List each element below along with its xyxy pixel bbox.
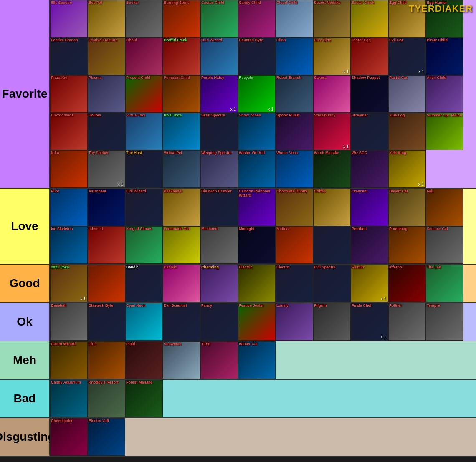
list-item[interactable]: Carrot Wizard (50, 341, 88, 379)
list-item[interactable]: Weeping Spectre (200, 150, 238, 188)
list-item[interactable]: Pilot (50, 189, 88, 226)
list-item[interactable]: Festive Fracture (88, 38, 125, 75)
list-item[interactable]: Pizza Kid (50, 75, 88, 113)
list-item[interactable]: Bloxdonalds (50, 113, 88, 150)
list-item[interactable]: Toy Soldierx 1 (88, 150, 125, 188)
list-item[interactable]: Pirate Child (426, 38, 463, 75)
list-item[interactable]: Graffiti Frank (163, 38, 200, 75)
list-item[interactable]: Niko (50, 150, 88, 188)
list-item[interactable]: Snow Zones (238, 113, 276, 150)
list-item[interactable]: Hive Bytex 1 (313, 38, 351, 75)
list-item[interactable]: Blastech Byte (88, 303, 125, 341)
list-item[interactable]: Virtual Pet (163, 150, 200, 188)
list-item[interactable]: Purple Hatsyx 1 (200, 75, 238, 113)
list-item[interactable]: Burning Spirit (163, 0, 200, 38)
list-item[interactable]: Science Cat (426, 226, 463, 264)
list-item[interactable]: King of Slimes (125, 226, 163, 264)
list-item[interactable]: Inferno (388, 265, 426, 302)
list-item[interactable]: Cartoon Rainbow Wizard (238, 189, 276, 226)
list-item[interactable]: The Lad (426, 265, 463, 302)
list-item[interactable]: Pumpking (388, 226, 426, 264)
list-item[interactable]: Summer Cpt. Melon (426, 113, 463, 150)
list-item[interactable]: 80s Spectre (50, 0, 88, 38)
list-item[interactable]: Haunted Byte (238, 38, 276, 75)
list-item[interactable]: Skull Spectre (200, 113, 238, 150)
list-item[interactable]: Beekeeper (163, 189, 200, 226)
list-item[interactable]: Petrified (351, 226, 388, 264)
list-item[interactable]: Yolk Kingx 1 (388, 150, 426, 188)
list-item[interactable]: Astronaut (88, 189, 125, 226)
list-item[interactable]: Electro Volt (88, 418, 125, 456)
list-item[interactable]: Chocolate Bunny (276, 189, 313, 226)
list-item[interactable]: Wiz SCC (351, 150, 388, 188)
list-item[interactable]: Desert Cat (388, 189, 426, 226)
list-item[interactable]: Snowman (163, 341, 200, 379)
list-item[interactable]: Knoddy's Resort (88, 380, 125, 417)
list-item[interactable]: Pilgrim (313, 303, 351, 341)
list-item[interactable]: Witch Maitake (313, 150, 351, 188)
list-item[interactable]: Festive Jester (238, 303, 276, 341)
list-item[interactable]: Virtual Idol (125, 113, 163, 150)
list-item[interactable]: Fall (426, 189, 463, 226)
list-item[interactable]: Pixel Byte (163, 113, 200, 150)
list-item[interactable]: Tempre (426, 303, 463, 341)
list-item[interactable]: Lemonade Girl (163, 226, 200, 264)
list-item[interactable]: Lonely (276, 303, 313, 341)
list-item[interactable]: Plaid (125, 341, 163, 379)
list-item[interactable]: Cat Girl (163, 265, 200, 302)
list-item[interactable]: Winter Virt Kid (238, 150, 276, 188)
list-item[interactable]: Booker (125, 0, 163, 38)
list-item[interactable]: Evil Spectre (313, 265, 351, 302)
list-item[interactable]: Winter Cat (238, 341, 276, 379)
list-item[interactable]: 2021 Vocax 1 (50, 265, 88, 302)
list-item[interactable]: Egg Hunter (426, 0, 463, 38)
list-item[interactable]: Candy Child (238, 0, 276, 38)
list-item[interactable]: Bee Pal (88, 0, 125, 38)
list-item[interactable]: Midnight (238, 226, 276, 264)
list-item[interactable]: Hlloh (276, 38, 313, 75)
list-item[interactable]: Cactus Child (200, 0, 238, 38)
list-item[interactable]: Streamer (351, 113, 388, 150)
list-item[interactable]: Mechanic (200, 226, 238, 264)
list-item[interactable]: Easter Chick (351, 0, 388, 38)
list-item[interactable]: Blastech Brawler (200, 189, 238, 226)
list-item[interactable]: Infected (88, 226, 125, 264)
list-item[interactable]: Evil Wizard (125, 189, 163, 226)
list-item[interactable]: Jester Egg (351, 38, 388, 75)
list-item[interactable]: Fire (88, 341, 125, 379)
list-item[interactable]: Robot Branch (276, 75, 313, 113)
list-item[interactable]: Ice Skeleton (50, 226, 88, 264)
list-item[interactable]: Bandit (125, 265, 163, 302)
list-item[interactable]: Forest Maitake (125, 380, 163, 417)
list-item[interactable]: Cloud Child (276, 0, 313, 38)
list-item[interactable]: Shadow Puppet (351, 75, 388, 113)
list-item[interactable]: Recyclex 1 (238, 75, 276, 113)
list-item[interactable]: Crescent (351, 189, 388, 226)
list-item[interactable]: Charming (200, 265, 238, 302)
list-item[interactable]: Pumpkin Child (163, 75, 200, 113)
list-item[interactable]: Molten (276, 226, 313, 264)
list-item[interactable]: The Host (125, 150, 163, 188)
list-item[interactable]: Hollow (88, 113, 125, 150)
list-item[interactable]: Cheerleader (50, 418, 88, 456)
list-item[interactable]: Tired (200, 341, 238, 379)
list-item[interactable]: Fancy (200, 303, 238, 341)
list-item[interactable]: Spook Plush (276, 113, 313, 150)
list-item[interactable]: Winter Voca (276, 150, 313, 188)
list-item[interactable]: Electro (276, 265, 313, 302)
list-item[interactable]: Flumin'x 1 (351, 265, 388, 302)
list-item[interactable]: Candy Aquarium (50, 380, 88, 417)
list-item[interactable]: Pirate Chefx 1 (351, 303, 388, 341)
list-item[interactable]: Cyan Neon (125, 303, 163, 341)
list-item[interactable]: Polliter (388, 303, 426, 341)
list-item[interactable]: Evil Catx 1 (388, 38, 426, 75)
list-item[interactable]: Plasma (88, 75, 125, 113)
list-item[interactable] (88, 265, 125, 302)
list-item[interactable]: Coffee (313, 189, 351, 226)
list-item[interactable] (313, 226, 351, 264)
list-item[interactable]: Strawbunnyx 1 (313, 113, 351, 150)
list-item[interactable]: Desert Maitake (313, 0, 351, 38)
list-item[interactable]: Sakura (313, 75, 351, 113)
list-item[interactable]: Alien Child (426, 75, 463, 113)
list-item[interactable]: Evil Scientist (163, 303, 200, 341)
